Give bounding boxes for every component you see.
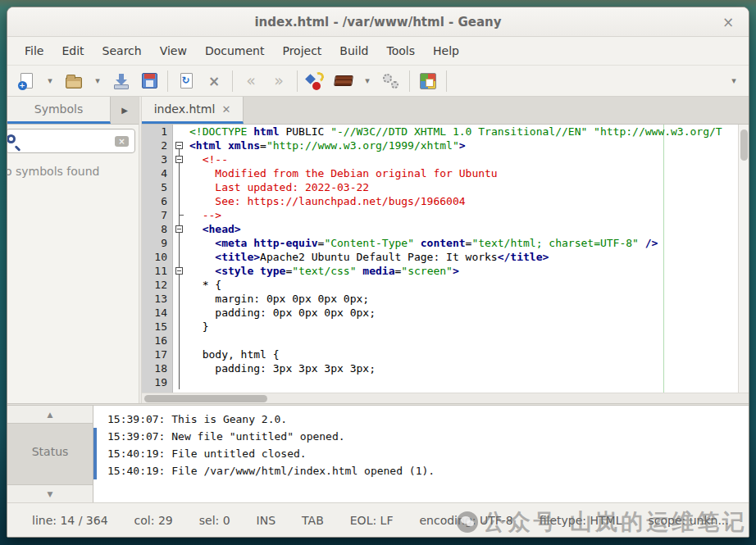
statusbar-line: line: 14 / 364 [32,514,108,527]
fold-toggle-icon[interactable] [173,152,186,166]
toolbar-separator [167,70,168,92]
symbol-search-box[interactable]: × [7,129,135,153]
code-line-3[interactable]: 3 <!-- [142,152,738,166]
code-line-15[interactable]: 15 } [142,320,738,334]
color-chooser-button[interactable] [414,69,442,93]
menu-search[interactable]: Search [93,39,151,62]
menu-build[interactable]: Build [330,39,377,62]
status-message: 15:39:07: New file "untitled" opened. [93,428,749,445]
line-number: 10 [142,250,173,264]
tab-scroll-right-icon[interactable]: ▶ [111,97,139,124]
line-number: 18 [142,361,173,375]
editor-pane: index.html ✕ 1<!DOCTYPE html PUBLIC "-//… [142,97,749,403]
code-line-6[interactable]: 6 See: https://launchpad.net/bugs/196600… [142,194,738,208]
message-tabs-scroll-down[interactable]: ▼ [7,484,93,502]
code-line-8[interactable]: 8 <head> [142,222,738,236]
code-text: body, html { [186,347,280,361]
code-text: <meta http-equiv="Content-Type" content=… [186,236,658,250]
status-message: 15:40:19: File /var/www/html/index.html … [93,462,749,479]
line-number: 14 [142,306,173,320]
toolbar-separator [409,70,410,92]
window-close-button[interactable]: × [719,13,737,31]
chevron-down-icon: ▾ [95,75,100,86]
save-button[interactable] [107,69,135,93]
statusbar-tab: TAB [302,514,324,527]
navigate-forward-button[interactable]: » [265,69,293,93]
toolbar-overflow-button[interactable]: ▾ [724,69,744,93]
code-line-14[interactable]: 14 padding: 0px 0px 0px 0px; [142,306,738,320]
line-number: 9 [142,236,173,250]
code-line-17[interactable]: 17 body, html { [142,347,738,361]
fold-margin [173,208,186,222]
horizontal-scrollbar[interactable] [142,393,749,403]
menu-tools[interactable]: Tools [378,39,425,62]
build-button[interactable] [330,69,358,93]
menu-project[interactable]: Project [273,39,330,62]
menu-view[interactable]: View [151,39,196,62]
vertical-scrollbar-thumb[interactable] [740,129,748,161]
new-file-dropdown[interactable]: ▾ [40,69,60,93]
line-number: 19 [142,375,173,389]
symbol-search-input[interactable] [25,135,115,148]
open-file-dropdown[interactable]: ▾ [88,69,107,93]
fold-toggle-icon[interactable] [173,139,186,152]
status-message: 15:40:19: File untitled closed. [93,445,749,462]
title-bar: index.html - /var/www/html - Geany × [7,7,749,37]
menu-document[interactable]: Document [196,39,274,62]
tab-symbols[interactable]: Symbols [7,97,111,124]
code-line-5[interactable]: 5 Last updated: 2022-03-22 [142,180,738,194]
code-text: padding: 0px 0px 0px 0px; [186,306,376,320]
tab-index-html[interactable]: index.html ✕ [142,97,244,124]
code-text [186,334,189,347]
navigate-back-button[interactable]: « [237,69,265,93]
code-line-12[interactable]: 12 * { [142,278,738,292]
close-file-button[interactable]: × [200,69,228,93]
code-line-9[interactable]: 9 <meta http-equiv="Content-Type" conten… [142,236,738,250]
forward-icon: » [274,73,284,89]
menu-help[interactable]: Help [424,39,468,62]
tab-status[interactable]: Status [7,445,93,458]
sidebar: Symbols ▶ × o symbols found [7,97,139,403]
statusbar-encoding: encoding: UTF-8 [419,514,512,527]
chevron-down-icon: ▾ [365,75,370,86]
menu-file[interactable]: File [16,39,52,62]
build-dropdown[interactable]: ▾ [358,69,377,93]
vertical-scrollbar[interactable] [738,125,749,393]
revert-button[interactable]: ↻ [172,69,200,93]
compile-button[interactable] [302,69,330,93]
execute-button[interactable] [377,69,405,93]
open-file-button[interactable] [60,69,88,93]
horizontal-scrollbar-thumb[interactable] [144,395,267,402]
code-line-13[interactable]: 13 margin: 0px 0px 0px 0px; [142,292,738,306]
back-icon: « [246,73,256,89]
code-line-7[interactable]: 7 --> [142,208,738,222]
code-line-10[interactable]: 10 <title>Apache2 Ubuntu Default Page: I… [142,250,738,264]
fold-toggle-icon[interactable] [173,264,186,278]
statusbar-scope: scope: unkn... [648,514,728,527]
fold-margin [173,320,186,334]
code-line-11[interactable]: 11 <style type="text/css" media="screen"… [142,264,738,278]
menu-edit[interactable]: Edit [52,39,93,62]
chevron-down-icon: ▾ [731,75,736,86]
code-line-18[interactable]: 18 padding: 3px 3px 3px 3px; [142,361,738,375]
code-text: <head> [186,222,241,236]
code-editor[interactable]: 1<!DOCTYPE html PUBLIC "-//W3C//DTD XHTM… [142,125,738,393]
save-icon [113,73,130,89]
code-line-2[interactable]: 2<html xmlns="http://www.w3.org/1999/xht… [142,139,738,152]
statusbar-ins: INS [257,514,276,527]
fold-margin [173,361,186,375]
code-line-19[interactable]: 19 [142,375,738,389]
code-line-16[interactable]: 16 [142,334,738,347]
status-message: 15:39:07: This is Geany 2.0. [93,411,749,428]
line-number: 15 [142,320,173,334]
new-file-button[interactable]: + [12,69,40,93]
code-text: See: https://launchpad.net/bugs/1966004 [186,194,466,208]
save-all-button[interactable] [135,69,163,93]
fold-toggle-icon[interactable] [173,222,186,236]
message-tabs-scroll-up[interactable]: ▲ [7,406,93,424]
search-clear-icon[interactable]: × [115,136,129,147]
tab-close-icon[interactable]: ✕ [221,103,230,116]
code-line-1[interactable]: 1<!DOCTYPE html PUBLIC "-//W3C//DTD XHTM… [142,125,738,139]
code-line-4[interactable]: 4 Modified from the Debian original for … [142,166,738,180]
message-tab-strip: ▲ Status ▼ [7,406,93,502]
